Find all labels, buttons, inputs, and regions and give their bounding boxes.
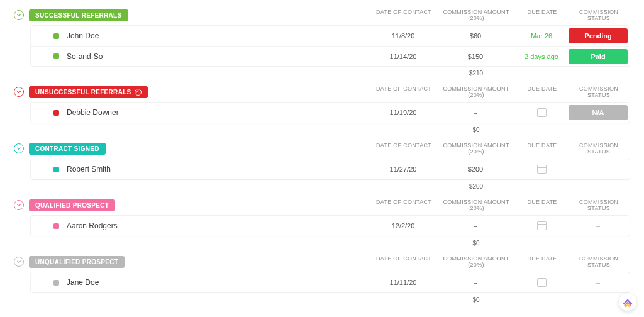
row-name[interactable]: John Doe	[67, 31, 372, 40]
collapse-toggle-icon[interactable]	[14, 200, 24, 210]
collapse-toggle-icon[interactable]	[14, 257, 24, 267]
group-title-badge[interactable]: UNSUCCESSFUL REFERRALS	[29, 86, 148, 98]
col-header-commission: COMMISSION AMOUNT (20%)	[435, 255, 517, 268]
group-total-row: $0	[30, 236, 630, 249]
col-header-status: COMMISSION STATUS	[567, 199, 630, 211]
status-badge[interactable]: Paid	[569, 49, 628, 64]
due-cell	[516, 108, 567, 117]
group-rows: Jane Doe 11/11/20 – –	[30, 272, 630, 293]
status-square-icon[interactable]	[53, 33, 59, 39]
group-title-label: UNQUALIFIED PROSPECT	[35, 259, 118, 265]
table-row[interactable]: So-and-So 11/14/20 $150 2 days ago Paid	[31, 46, 630, 66]
status-square-icon[interactable]	[53, 223, 59, 229]
col-header-status: COMMISSION STATUS	[567, 255, 630, 268]
col-header-due: DUE DATE	[517, 199, 567, 211]
date-value: 11/11/20	[372, 279, 435, 286]
group-title-badge[interactable]: CONTRACT SIGNED	[29, 143, 106, 155]
status-cell: Paid	[567, 49, 630, 64]
table-row[interactable]: Aaron Rodgers 12/2/20 – –	[31, 216, 630, 236]
table-row[interactable]: Robert Smith 11/27/20 $200 –	[31, 159, 630, 179]
status-value: –	[596, 222, 600, 230]
status-square-icon[interactable]	[53, 110, 59, 116]
group-title-label: UNSUCCESSFUL REFERRALS	[35, 89, 131, 96]
collapse-toggle-icon[interactable]	[14, 87, 24, 97]
group-title-label: QUALIFIED PROSPECT	[35, 202, 109, 209]
status-square-icon[interactable]	[53, 280, 59, 286]
col-header-due: DUE DATE	[517, 142, 567, 155]
commission-value: –	[435, 109, 516, 116]
col-header-date: DATE OF CONTACT	[372, 9, 435, 21]
column-headers: DATE OF CONTACT COMMISSION AMOUNT (20%) …	[372, 255, 630, 268]
col-header-date: DATE OF CONTACT	[372, 255, 435, 268]
group-total-row: $200	[30, 180, 630, 192]
table-row[interactable]: John Doe 11/8/20 $60 Mar 26 Pending	[31, 26, 630, 46]
status-cell: N/A	[567, 105, 630, 120]
commission-total: $0	[435, 296, 517, 303]
col-header-due: DUE DATE	[517, 86, 567, 98]
group-total-row: $210	[30, 67, 630, 79]
status-cell: –	[567, 222, 630, 230]
collapse-toggle-icon[interactable]	[14, 143, 24, 153]
col-header-due: DUE DATE	[517, 255, 567, 268]
commission-total: $0	[435, 240, 517, 247]
date-value: 12/2/20	[372, 222, 435, 230]
row-name[interactable]: Robert Smith	[67, 165, 372, 174]
calendar-icon[interactable]	[537, 165, 547, 174]
calendar-icon[interactable]	[537, 221, 547, 230]
due-cell: Mar 26	[516, 32, 567, 40]
column-headers: DATE OF CONTACT COMMISSION AMOUNT (20%) …	[372, 199, 630, 211]
group: QUALIFIED PROSPECT DATE OF CONTACT COMMI…	[14, 196, 630, 249]
commission-value: –	[435, 279, 516, 286]
group-rows: Aaron Rodgers 12/2/20 – –	[30, 215, 630, 236]
col-header-date: DATE OF CONTACT	[372, 86, 435, 98]
due-cell	[516, 278, 567, 287]
collapse-toggle-icon[interactable]	[14, 10, 24, 20]
group-header: UNQUALIFIED PROSPECT DATE OF CONTACT COM…	[14, 253, 630, 270]
group-rows: Debbie Downer 11/19/20 – N/A	[30, 102, 630, 123]
commission-value: $150	[435, 53, 516, 60]
group-title-badge[interactable]: QUALIFIED PROSPECT	[29, 199, 115, 211]
status-square-icon[interactable]	[53, 53, 59, 59]
col-header-status: COMMISSION STATUS	[567, 9, 630, 21]
group-title-badge[interactable]: UNQUALIFIED PROSPECT	[29, 256, 125, 268]
clickup-logo[interactable]	[619, 293, 636, 311]
status-value: –	[596, 165, 600, 173]
group-title-label: CONTRACT SIGNED	[35, 145, 99, 152]
commission-total: $200	[435, 183, 517, 190]
group: SUCCESSFUL REFERRALS DATE OF CONTACT COM…	[14, 6, 630, 79]
commission-value: –	[435, 222, 516, 230]
calendar-icon[interactable]	[537, 108, 547, 117]
group-header: SUCCESSFUL REFERRALS DATE OF CONTACT COM…	[14, 6, 630, 24]
row-name[interactable]: So-and-So	[67, 52, 372, 61]
commission-value: $200	[435, 165, 516, 173]
date-value: 11/27/20	[372, 165, 435, 173]
group: UNSUCCESSFUL REFERRALS DATE OF CONTACT C…	[14, 83, 630, 136]
date-value: 11/8/20	[372, 32, 435, 40]
date-value: 11/19/20	[372, 109, 435, 116]
commission-total: $210	[435, 70, 517, 77]
group-title-badge[interactable]: SUCCESSFUL REFERRALS	[29, 9, 128, 21]
col-header-date: DATE OF CONTACT	[372, 142, 435, 155]
status-square-icon[interactable]	[53, 167, 59, 172]
calendar-icon[interactable]	[537, 278, 547, 287]
row-name[interactable]: Aaron Rodgers	[67, 221, 372, 230]
row-name[interactable]: Jane Doe	[67, 278, 372, 287]
status-badge[interactable]: Pending	[569, 28, 628, 43]
row-name[interactable]: Debbie Downer	[67, 108, 372, 117]
column-headers: DATE OF CONTACT COMMISSION AMOUNT (20%) …	[372, 9, 630, 21]
col-header-commission: COMMISSION AMOUNT (20%)	[435, 199, 517, 211]
col-header-due: DUE DATE	[517, 9, 567, 21]
due-cell	[516, 165, 567, 174]
check-circle-icon	[135, 89, 142, 96]
table-row[interactable]: Jane Doe 11/11/20 – –	[31, 272, 630, 292]
status-badge[interactable]: N/A	[569, 105, 628, 120]
group-header: QUALIFIED PROSPECT DATE OF CONTACT COMMI…	[14, 196, 630, 214]
column-headers: DATE OF CONTACT COMMISSION AMOUNT (20%) …	[372, 142, 630, 155]
group-total-row: $0	[30, 123, 630, 136]
commission-value: $60	[435, 32, 516, 40]
col-header-commission: COMMISSION AMOUNT (20%)	[435, 142, 517, 155]
group-title-label: SUCCESSFUL REFERRALS	[35, 12, 122, 19]
col-header-commission: COMMISSION AMOUNT (20%)	[435, 86, 517, 98]
status-cell: –	[567, 165, 630, 173]
table-row[interactable]: Debbie Downer 11/19/20 – N/A	[31, 103, 630, 123]
